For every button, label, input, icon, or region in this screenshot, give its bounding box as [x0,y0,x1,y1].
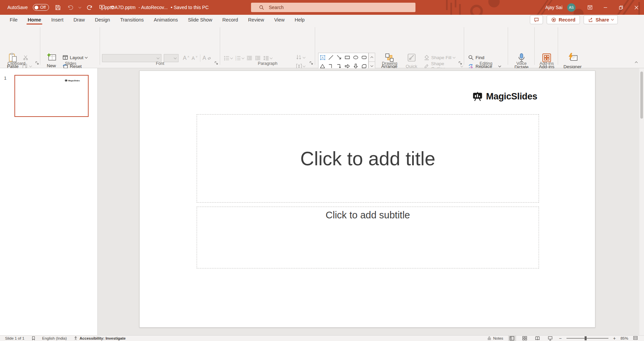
share-button[interactable]: Share [584,15,618,24]
slide-sorter-view-button[interactable] [521,336,529,341]
document-saved-status[interactable]: • Saved to this PC [171,5,209,10]
vertical-scrollbar[interactable] [639,68,644,335]
undo-dropdown-chevron[interactable] [79,5,81,8]
powerpoint-window: AutoSave Off pptDA7D. [0,0,644,341]
share-icon [588,17,593,23]
paragraph-group: 123 [221,25,314,68]
shapes-scroll-up-button[interactable] [368,53,375,62]
tab-review[interactable]: Review [243,15,269,25]
magicslides-logo: MagicSlides [472,91,537,102]
shape-fill-button[interactable]: Shape Fill [424,53,455,61]
comments-button[interactable] [530,15,543,24]
normal-view-button[interactable] [508,336,516,341]
slides-group-label: Slides [42,61,100,66]
drawing-dialog-launcher[interactable] [458,61,462,66]
autosave-label: AutoSave [7,5,28,10]
tab-record[interactable]: Record [217,15,243,25]
tab-slide-show[interactable]: Slide Show [183,15,217,25]
reading-view-button[interactable] [534,336,542,341]
accessibility-checker-button[interactable]: Accessibility: Investigate [73,336,126,341]
close-button[interactable] [629,0,644,15]
font-dialog-launcher[interactable] [214,61,218,66]
restore-button[interactable] [613,0,629,15]
tab-view[interactable]: View [269,15,290,25]
zoom-slider[interactable] [566,338,608,339]
spell-check-button[interactable] [31,336,36,341]
quick-access-toolbar: AutoSave Off [7,0,114,15]
search-box[interactable]: Search [251,3,415,12]
autosave-toggle[interactable]: Off [33,4,49,11]
fit-slide-to-window-button[interactable] [633,336,638,341]
voice-group-label: Voice [509,61,534,66]
ribbon-display-options-button[interactable] [582,0,598,15]
collapse-ribbon-button[interactable] [635,60,637,65]
autosave-state: Off [40,5,46,10]
titlebar-controls: Ajay Sai AS [545,0,644,15]
status-bar: Slide 1 of 1 English (India) Accessibili… [0,335,644,341]
new-slide-icon [47,53,56,62]
shape-line[interactable] [327,53,335,62]
slide-number: 1 [4,76,6,81]
subtitle-placeholder[interactable]: Click to add subtitle [197,207,539,268]
find-button[interactable]: Find [468,53,484,61]
slide-sorter-icon [522,336,527,341]
text-direction-dropdown-chevron [303,55,305,58]
undo-button[interactable] [66,3,74,12]
tab-animations[interactable]: Animations [149,15,183,25]
document-name: pptDA7D.pptm [105,5,136,10]
slide-show-view-button[interactable] [546,336,554,341]
magicslides-mini-icon [65,79,67,82]
reading-view-icon [535,336,540,341]
tab-transitions[interactable]: Transitions [115,15,149,25]
tab-file[interactable]: File [5,15,22,25]
tab-insert[interactable]: Insert [46,15,68,25]
title-placeholder[interactable]: Click to add title [197,114,539,203]
bullet-list-icon [224,55,230,61]
designer-button[interactable]: Designer [563,53,582,69]
record-button[interactable]: Record [547,15,580,24]
redo-button[interactable] [86,3,93,12]
tab-draw[interactable]: Draw [68,15,90,25]
line-spacing-icon [263,55,269,61]
svg-text:A: A [299,54,301,58]
record-dot-icon [551,17,556,23]
ribbon-home: Paste Clipboard New Slide [0,25,644,68]
save-button[interactable] [54,3,61,12]
slide-thumbnail-1[interactable]: MagicSlides [14,75,89,117]
shape-rectangle[interactable] [343,53,352,62]
svg-text:A: A [321,56,324,59]
cut-button[interactable] [23,53,29,61]
zoom-out-button[interactable]: − [559,336,562,341]
zoom-in-button[interactable]: + [613,336,616,341]
shape-oval[interactable] [352,53,360,62]
shape-text-box[interactable]: A [318,53,327,62]
language-button[interactable]: English (India) [42,336,67,340]
fit-to-window-icon [633,336,638,340]
layout-button[interactable]: Layout [62,53,87,61]
designer-group: Designer [560,25,585,68]
accessibility-person-icon [73,336,78,341]
scrollbar-thumb[interactable] [640,72,643,119]
zoom-level[interactable]: 85% [621,336,628,340]
clipboard-dialog-launcher[interactable] [35,61,39,66]
tab-home[interactable]: Home [22,15,46,25]
tab-design[interactable]: Design [90,15,115,25]
proofing-flag-icon [31,336,36,341]
paragraph-dialog-launcher[interactable] [309,61,313,66]
text-direction-icon: A [296,54,302,60]
avatar[interactable]: AS [567,3,576,12]
voice-group: Dictate Voice [509,25,534,68]
slide-1[interactable]: MagicSlides Click to add title Click to … [139,71,595,328]
notes-button[interactable]: Notes [487,336,503,341]
text-direction-button[interactable]: A [296,53,305,61]
shape-rounded-rectangle[interactable] [360,53,368,62]
shape-arrow[interactable] [335,53,343,62]
tab-help[interactable]: Help [290,15,310,25]
minimize-button[interactable] [598,0,613,15]
zoom-slider-handle[interactable] [585,336,587,340]
designer-icon [567,53,578,63]
document-title: pptDA7D.pptm - AutoRecov... • Saved to t… [105,0,209,15]
user-name[interactable]: Ajay Sai [545,5,562,10]
font-group-label: Font [101,61,219,66]
search-placeholder: Search [269,5,284,10]
